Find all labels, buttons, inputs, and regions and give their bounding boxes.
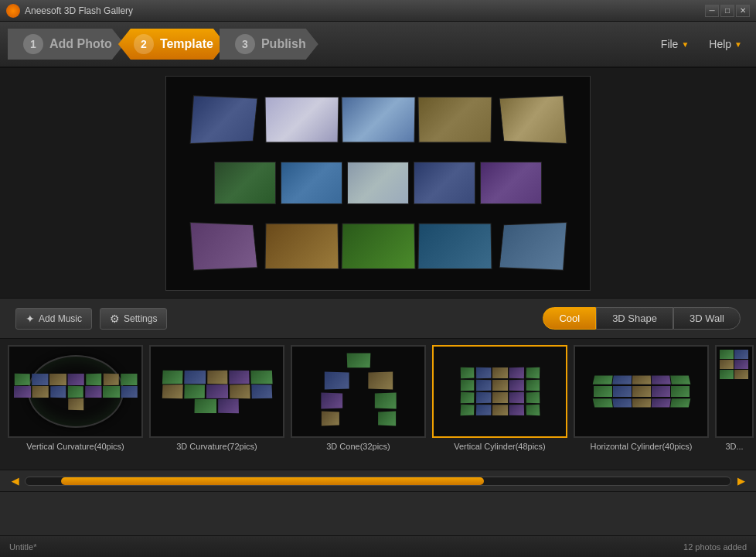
template-thumb-6: [715, 345, 754, 438]
template-label-4: Vertical Cylinder(48pics): [454, 442, 546, 451]
photo-row-middle: [214, 162, 542, 204]
status-filename: Untitle*: [9, 542, 36, 552]
step-publish[interactable]: 3 Publish: [220, 29, 318, 60]
template-thumb-2: [149, 345, 284, 438]
settings-icon: ⚙: [110, 313, 120, 325]
step3-num: 3: [235, 34, 255, 54]
scroll-left-arrow[interactable]: ◀: [12, 476, 19, 487]
step-template[interactable]: 2 Template: [118, 29, 226, 60]
tab-3d-wall[interactable]: 3D Wall: [673, 307, 741, 330]
music-icon: ✦: [26, 313, 35, 325]
preview-stage: [165, 76, 591, 291]
minimize-button[interactable]: ─: [705, 5, 719, 17]
template-label-3: 3D Cone(32pics): [326, 442, 390, 451]
photo-row-top: [189, 97, 568, 143]
template-item-4[interactable]: Vertical Cylinder(48pics): [432, 345, 567, 463]
scroll-thumb[interactable]: [61, 477, 484, 485]
app-title: Aneesoft 3D Flash Gallery: [25, 5, 703, 16]
template-label-6: 3D...: [725, 442, 743, 451]
step2-label: Template: [160, 37, 213, 51]
template-gallery: Vertical Curvature(40pics): [0, 339, 756, 470]
statusbar: Untitle* 12 photos added: [0, 535, 756, 557]
tab-3d-shape[interactable]: 3D Shape: [596, 307, 673, 330]
template-label-1: Vertical Curvature(40pics): [26, 442, 124, 451]
template-item-1[interactable]: Vertical Curvature(40pics): [8, 345, 143, 463]
nav-right: File ▼ Help ▼: [655, 35, 748, 53]
scroll-track[interactable]: [25, 477, 731, 486]
app-logo: [6, 4, 20, 18]
add-music-button[interactable]: ✦ Add Music: [15, 308, 92, 330]
step1-label: Add Photo: [49, 37, 112, 51]
preview-area: [0, 68, 756, 299]
template-item-6[interactable]: 3D...: [715, 345, 754, 463]
titlebar: Aneesoft 3D Flash Gallery ─ □ ✕: [0, 0, 756, 22]
template-item-5[interactable]: Horizontal Cylinder(40pics): [574, 345, 709, 463]
help-arrow-icon: ▼: [734, 40, 742, 49]
template-thumb-3: [291, 345, 426, 438]
template-label-5: Horizontal Cylinder(40pics): [590, 442, 692, 451]
step2-num: 2: [134, 34, 154, 54]
template-item-2[interactable]: 3D Curvature(72pics): [149, 345, 284, 463]
template-tabs: Cool 3D Shape 3D Wall: [543, 307, 741, 330]
horizontal-scrollbar: ◀ ▶: [0, 470, 756, 492]
file-arrow-icon: ▼: [681, 40, 689, 49]
template-label-2: 3D Curvature(72pics): [176, 442, 257, 451]
template-thumb-5: [574, 345, 709, 438]
template-thumb-1: [8, 345, 143, 438]
step3-label: Publish: [261, 37, 306, 51]
file-menu[interactable]: File ▼: [655, 35, 695, 53]
settings-button[interactable]: ⚙ Settings: [100, 308, 167, 330]
template-thumb-4: [432, 345, 567, 438]
photo-grid: [166, 77, 590, 290]
photo-row-bottom: [189, 223, 568, 269]
scroll-right-arrow[interactable]: ▶: [737, 476, 744, 487]
restore-button[interactable]: □: [720, 5, 734, 17]
template-item-3[interactable]: 3D Cone(32pics): [291, 345, 426, 463]
help-menu[interactable]: Help ▼: [703, 35, 748, 53]
top-navigation: 1 Add Photo 2 Template 3 Publish File ▼ …: [0, 22, 756, 68]
close-button[interactable]: ✕: [736, 5, 750, 17]
controls-area: ✦ Add Music ⚙ Settings Cool 3D Shape 3D …: [0, 299, 756, 339]
status-photo-count: 12 photos added: [683, 542, 747, 552]
step-add-photo[interactable]: 1 Add Photo: [8, 29, 124, 60]
tab-cool[interactable]: Cool: [543, 307, 596, 330]
step1-num: 1: [23, 34, 43, 54]
